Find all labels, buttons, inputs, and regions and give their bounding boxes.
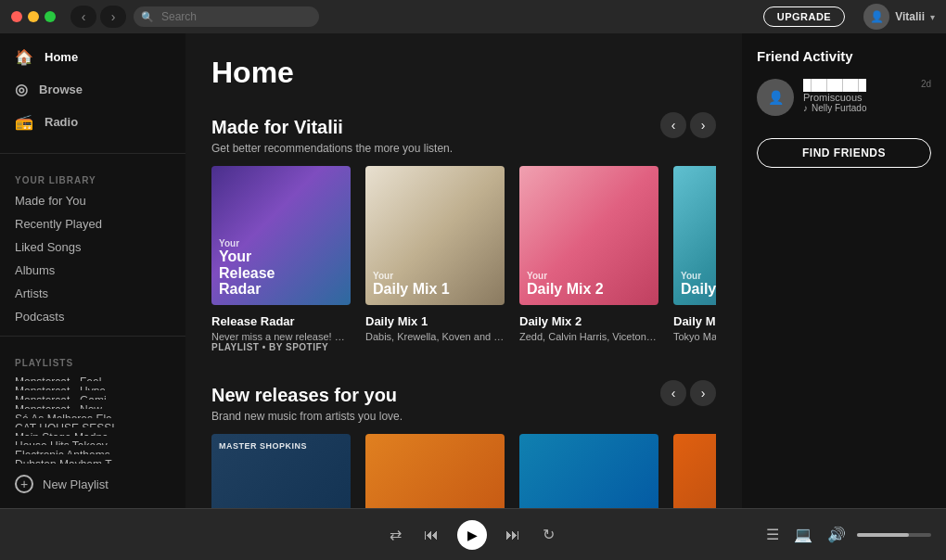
card-label-large: Daily Mix 3 xyxy=(681,281,716,298)
user-menu[interactable]: 👤 Vitalii ▾ xyxy=(863,4,935,30)
search-icon: 🔍 xyxy=(141,11,154,23)
sidebar-item-radio[interactable]: 📻 Radio xyxy=(0,106,185,138)
sidebar-item-home[interactable]: 🏠 Home xyxy=(0,41,185,73)
search-input[interactable] xyxy=(134,6,319,27)
friend-status: Promiscuous xyxy=(803,92,912,103)
sidebar-item-recently-played[interactable]: Recently Played xyxy=(0,212,185,235)
sidebar-item-liked-songs[interactable]: Liked Songs xyxy=(0,235,185,259)
card-image-release-radar: Your YourReleaseRadar xyxy=(211,166,351,305)
next-button[interactable]: ⏭ xyxy=(502,523,524,547)
friend-time: 2d xyxy=(921,79,931,116)
card-image-daily-mix-2: Your Daily Mix 2 xyxy=(519,166,658,305)
find-friends-button[interactable]: FIND FRIENDS xyxy=(757,138,931,168)
volume-fill xyxy=(857,533,909,537)
section-title-text: Made for Vitalii xyxy=(211,117,343,138)
sidebar-item-albums[interactable]: Albums xyxy=(0,259,185,282)
card-image-new4 xyxy=(673,434,716,508)
volume-bar[interactable] xyxy=(857,533,931,537)
card-daily-mix-1[interactable]: Your Daily Mix 1 Daily Mix 1 Dabis, Krew… xyxy=(365,166,505,354)
close-button[interactable] xyxy=(11,11,22,22)
radio-icon: 📻 xyxy=(15,113,33,131)
home-icon: 🏠 xyxy=(15,48,33,66)
search-wrapper: 🔍 xyxy=(134,6,319,27)
new-releases-section: New releases for you ‹ › Brand new music… xyxy=(211,380,716,508)
next-new-releases-button[interactable]: › xyxy=(690,380,716,406)
card-new4[interactable]: Album 4 Artist xyxy=(673,434,716,508)
sidebar-item-made-for-you[interactable]: Made for You xyxy=(0,189,185,212)
playlist-item[interactable]: House Hits Takeov... xyxy=(0,436,185,445)
sidebar: 🏠 Home ◎ Browse 📻 Radio YOUR LIBRARY Mad… xyxy=(0,33,185,508)
new-releases-cards-row: MASTER SHOPKINS KARABIES Karabies Artist… xyxy=(211,434,716,508)
sidebar-item-podcasts[interactable]: Podcasts xyxy=(0,305,185,328)
card-label-small: Your xyxy=(373,271,497,281)
card-label-large: Daily Mix 1 xyxy=(373,281,497,298)
card-daily-mix-2[interactable]: Your Daily Mix 2 Daily Mix 2 Zedd, Calvi… xyxy=(519,166,658,354)
section-header-new-releases: New releases for you ‹ › xyxy=(211,380,716,406)
play-button[interactable]: ▶ xyxy=(457,520,487,550)
chevron-down-icon: ▾ xyxy=(930,12,935,22)
browse-icon: ◎ xyxy=(15,81,28,98)
playlist-item[interactable]: Main Stage Madne... xyxy=(0,427,185,437)
next-section-button[interactable]: › xyxy=(690,112,716,138)
playlist-item[interactable]: Monstercat - Hype xyxy=(0,381,185,390)
section-header-made-for: Made for Vitalii ‹ › xyxy=(211,112,716,138)
friend-item: 👤 ████████ Promiscuous ♪ Nelly Furtado 2… xyxy=(757,79,931,116)
card-release-radar[interactable]: Your YourReleaseRadar Release Radar Neve… xyxy=(211,166,351,354)
maximize-button[interactable] xyxy=(45,11,56,22)
card-daily-mix-3[interactable]: Your Daily Mix 3 Daily Mix 3 Tokyo Machi… xyxy=(673,166,716,354)
card-image-daily-mix-3: Your Daily Mix 3 xyxy=(673,166,716,305)
playlists-section-header: PLAYLISTS xyxy=(0,343,185,372)
card-subtitle: Tokyo Machine, Stonebank, Eminance and m… xyxy=(673,331,716,342)
devices-button[interactable]: 💻 xyxy=(790,522,816,547)
sidebar-item-browse[interactable]: ◎ Browse xyxy=(0,73,185,106)
card-image-karabies: MASTER SHOPKINS KARABIES xyxy=(211,434,351,508)
section-nav-new-releases: ‹ › xyxy=(660,380,716,406)
playlist-item[interactable]: Monstercat - Gami... xyxy=(0,390,185,400)
back-button[interactable]: ‹ xyxy=(70,6,96,28)
playlist-item[interactable]: Monstercat - New ... xyxy=(0,400,185,409)
new-playlist-button[interactable]: + New Playlist xyxy=(0,467,185,501)
new-playlist-label: New Playlist xyxy=(43,477,109,491)
card-label-large: Daily Mix 2 xyxy=(527,281,651,298)
sidebar-item-artists[interactable]: Artists xyxy=(0,282,185,305)
made-for-section: Made for Vitalii ‹ › Get better recommen… xyxy=(211,112,716,354)
card-title: Release Radar xyxy=(211,314,351,328)
title-bar: ‹ › 🔍 UPGRADE 👤 Vitalii ▾ xyxy=(0,0,946,33)
playlist-item[interactable]: Só As Melhores Ele... xyxy=(0,409,185,418)
prev-new-releases-button[interactable]: ‹ xyxy=(660,380,686,406)
made-for-cards-row: Your YourReleaseRadar Release Radar Neve… xyxy=(211,166,716,354)
card-label-small: Your xyxy=(681,271,716,281)
section-title-made-for: Made for Vitalii xyxy=(211,117,343,138)
queue-button[interactable]: ☰ xyxy=(762,522,783,547)
playlist-item[interactable]: CAT HOUSE SESSI... xyxy=(0,418,185,427)
playlist-item[interactable]: Electronic Anthems xyxy=(0,445,185,454)
panel-title: Friend Activity xyxy=(757,48,931,64)
upgrade-button[interactable]: UPGRADE xyxy=(763,6,846,27)
card-joytime[interactable]: JOYTIME Joytime Marshmello xyxy=(365,434,505,508)
card-label-overlay: Your Daily Mix 1 xyxy=(373,271,497,298)
album-text: MASTER SHOPKINS xyxy=(219,441,307,451)
repeat-button[interactable]: ↻ xyxy=(539,522,558,547)
playlist-item[interactable]: Dubstep Mayhem T... xyxy=(0,454,185,464)
forward-button[interactable]: › xyxy=(100,6,126,28)
card-label-overlay: Your Daily Mix 3 xyxy=(681,271,716,298)
friend-song: ♪ Nelly Furtado xyxy=(803,103,912,113)
card-slushii[interactable]: SLUSHII Slushii Album xyxy=(519,434,658,508)
plus-icon: + xyxy=(15,475,33,493)
section-subtitle-new-releases: Brand new music from artists you love. xyxy=(211,410,716,423)
volume-button[interactable]: 🔊 xyxy=(824,522,850,547)
prev-section-button[interactable]: ‹ xyxy=(660,112,686,138)
card-label-overlay: Your YourReleaseRadar xyxy=(219,238,343,298)
friend-avatar: 👤 xyxy=(757,79,794,116)
card-karabies[interactable]: MASTER SHOPKINS KARABIES Karabies Artist xyxy=(211,434,351,508)
traffic-lights xyxy=(11,11,56,22)
prev-button[interactable]: ⏮ xyxy=(420,523,442,547)
minimize-button[interactable] xyxy=(28,11,39,22)
shuffle-button[interactable]: ⇄ xyxy=(386,522,405,547)
card-subtitle: Never miss a new release! Catch all the … xyxy=(211,331,351,342)
playlist-item[interactable]: Monstercat - Feel ... xyxy=(0,372,185,381)
music-note-icon: ♪ xyxy=(803,103,808,113)
card-subtitle: Zedd, Calvin Harris, Vicetone and more xyxy=(519,331,658,342)
user-name: Vitalii xyxy=(895,10,925,23)
card-image-joytime: JOYTIME xyxy=(365,434,505,508)
